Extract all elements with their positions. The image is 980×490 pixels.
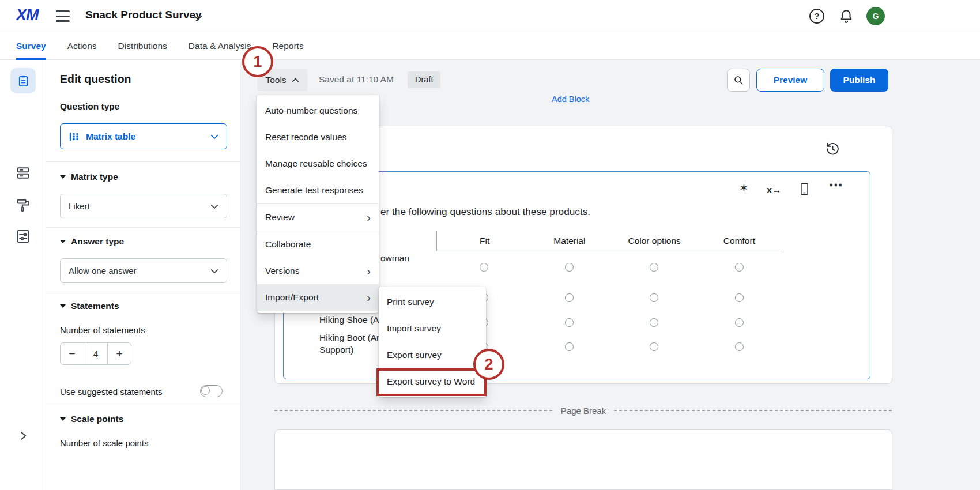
- primary-nav: Survey Actions Distributions Data & Anal…: [0, 32, 980, 60]
- matrix-row: [442, 262, 782, 272]
- matrix-header-row: Fit Material Color options Comfort: [436, 231, 782, 251]
- app-window: XM Snack Product Survey ? G Survey Actio…: [0, 0, 980, 490]
- menu-item-auto-number[interactable]: Auto-number questions: [257, 97, 379, 124]
- sidebar-item-survey-flow[interactable]: [15, 165, 31, 181]
- expand-rail-chevron-icon[interactable]: [17, 430, 29, 442]
- menu-item-export-survey[interactable]: Export survey: [379, 342, 486, 368]
- caret-down-icon: [60, 304, 66, 308]
- radio-button[interactable]: [735, 293, 744, 302]
- radio-button[interactable]: [650, 263, 658, 272]
- top-header: XM Snack Product Survey ? G: [0, 0, 980, 32]
- radio-button[interactable]: [565, 318, 574, 327]
- chevron-right-icon: ›: [367, 292, 371, 303]
- chevron-down-icon: [210, 131, 218, 142]
- menu-item-review[interactable]: Review ›: [257, 204, 379, 231]
- menu-item-reusable-choices[interactable]: Manage reusable choices: [257, 150, 379, 177]
- suggested-statements-toggle[interactable]: [200, 385, 223, 397]
- help-icon[interactable]: ?: [809, 9, 824, 24]
- matrix-row-label[interactable]: Support): [319, 345, 353, 355]
- question-text[interactable]: er the following questions about these p…: [380, 206, 590, 218]
- question-type-label: Question type: [60, 101, 119, 112]
- hamburger-menu-icon[interactable]: [56, 10, 70, 22]
- xm-logo: XM: [16, 6, 39, 24]
- annotation-step-2: 2: [473, 349, 504, 380]
- radio-button[interactable]: [565, 263, 574, 272]
- radio-button[interactable]: [735, 318, 744, 327]
- radio-button[interactable]: [565, 342, 574, 351]
- chevron-right-icon: ›: [367, 265, 371, 277]
- options-sliders-icon: [15, 228, 31, 244]
- answer-type-select[interactable]: Allow one answer: [60, 258, 227, 283]
- builder-clipboard-icon: [17, 74, 30, 88]
- tab-distributions[interactable]: Distributions: [118, 32, 167, 60]
- divider: [46, 227, 240, 228]
- tab-actions[interactable]: Actions: [67, 32, 97, 60]
- divider: [46, 405, 240, 405]
- divider: [46, 161, 240, 162]
- sidebar-item-survey-options[interactable]: [15, 228, 31, 244]
- number-of-statements-label: Number of statements: [60, 325, 145, 335]
- draft-status-badge: Draft: [408, 71, 440, 88]
- annotation-step-1: 1: [242, 46, 273, 77]
- notifications-bell-icon[interactable]: [839, 9, 854, 24]
- star-icon[interactable]: ✶: [739, 181, 749, 195]
- tab-reports[interactable]: Reports: [272, 32, 303, 60]
- matrix-row-label[interactable]: Hiking Shoe (An: [319, 315, 384, 325]
- add-block-link[interactable]: Add Block: [552, 95, 589, 104]
- radio-button[interactable]: [735, 342, 744, 351]
- survey-title[interactable]: Snack Product Survey: [85, 9, 202, 21]
- matrix-column-header[interactable]: Color options: [612, 231, 697, 251]
- survey-flow-icon: [15, 165, 31, 181]
- matrix-column-header[interactable]: Comfort: [697, 231, 782, 251]
- paint-roller-icon: [15, 197, 31, 213]
- chevron-down-icon[interactable]: [194, 13, 202, 23]
- tab-survey[interactable]: Survey: [16, 32, 46, 60]
- scale-points-section-header[interactable]: Scale points: [60, 414, 123, 424]
- stepper-decrement-button[interactable]: −: [61, 343, 84, 364]
- stepper-value: 4: [84, 343, 108, 364]
- sidebar-item-builder[interactable]: [10, 68, 36, 93]
- radio-button[interactable]: [735, 263, 744, 272]
- mobile-preview-icon[interactable]: [800, 182, 809, 198]
- matrix-column-header[interactable]: Fit: [442, 231, 527, 251]
- annotation-highlight-box: [376, 368, 487, 396]
- sidebar-item-look-and-feel[interactable]: [15, 197, 31, 213]
- menu-item-versions[interactable]: Versions ›: [257, 258, 379, 284]
- statements-section-header[interactable]: Statements: [60, 301, 119, 311]
- publish-button[interactable]: Publish: [830, 69, 888, 92]
- matrix-type-select[interactable]: Likert: [60, 194, 227, 218]
- tab-data-analysis[interactable]: Data & Analysis: [189, 32, 251, 60]
- matrix-row-label[interactable]: Hiking Boot (An: [319, 333, 382, 343]
- menu-item-import-survey[interactable]: Import survey: [379, 315, 486, 342]
- radio-button[interactable]: [650, 293, 658, 302]
- matrix-column-header[interactable]: Material: [527, 231, 612, 251]
- matrix-type-section-header[interactable]: Matrix type: [60, 172, 118, 182]
- search-button[interactable]: [727, 69, 750, 92]
- user-avatar[interactable]: G: [866, 7, 885, 25]
- question-type-dropdown[interactable]: Matrix table: [60, 123, 227, 149]
- caret-down-icon: [60, 240, 66, 243]
- use-suggested-statements-label: Use suggested statements: [60, 387, 163, 397]
- skip-logic-icon[interactable]: x→: [767, 184, 782, 195]
- matrix-row-label[interactable]: owman: [380, 253, 409, 263]
- page-break-label: Page Break: [553, 406, 614, 416]
- preview-button[interactable]: Preview: [756, 69, 824, 92]
- page-break-dashes: [614, 410, 892, 411]
- radio-button[interactable]: [650, 342, 658, 351]
- more-options-icon[interactable]: ⋯: [829, 178, 842, 193]
- radio-button[interactable]: [565, 293, 574, 302]
- version-history-icon[interactable]: [825, 141, 840, 157]
- menu-item-import-export[interactable]: Import/Export ›: [257, 284, 379, 311]
- menu-item-test-responses[interactable]: Generate test responses: [257, 177, 379, 203]
- answer-type-section-header[interactable]: Answer type: [60, 236, 124, 247]
- radio-button[interactable]: [650, 318, 658, 327]
- caret-down-icon: [60, 417, 66, 421]
- stepper-increment-button[interactable]: +: [108, 343, 131, 364]
- menu-item-print-survey[interactable]: Print survey: [379, 289, 486, 315]
- menu-item-reset-recode[interactable]: Reset recode values: [257, 124, 379, 150]
- toggle-knob: [201, 386, 210, 395]
- matrix-table-icon: [69, 131, 80, 142]
- next-block-card: [274, 429, 892, 490]
- menu-item-collaborate[interactable]: Collaborate: [257, 231, 379, 258]
- radio-button[interactable]: [480, 263, 488, 272]
